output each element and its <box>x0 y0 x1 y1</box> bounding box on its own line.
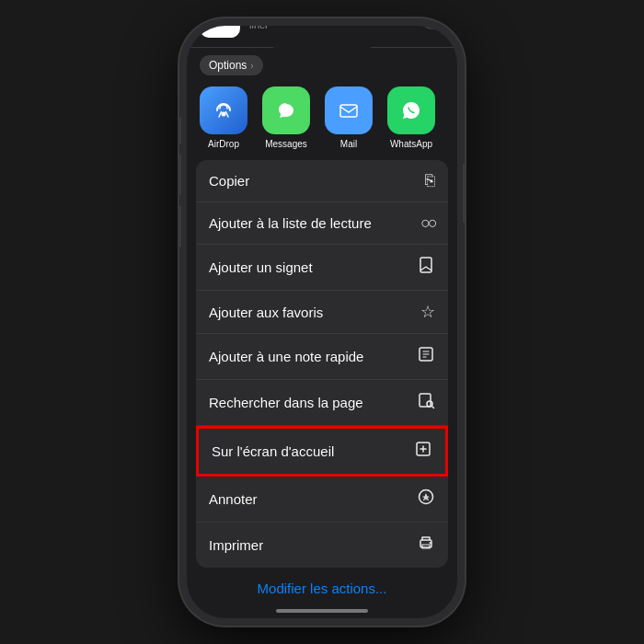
bookmark-label: Ajouter un signet <box>209 259 313 275</box>
site-icon: LB <box>200 26 240 38</box>
find-in-page-label: Rechercher dans la page <box>209 395 363 410</box>
svg-point-0 <box>222 112 226 117</box>
messages-share-item[interactable]: Messages <box>262 86 310 149</box>
annotate-item[interactable]: Annoter A <box>196 477 448 523</box>
annotate-icon: A <box>417 488 435 511</box>
phone-screen: LB parier sur le sport et l'e-sp... line… <box>187 26 457 618</box>
quick-note-item[interactable]: Ajouter à une note rapide <box>196 334 448 380</box>
favorites-icon: ☆ <box>420 302 435 322</box>
messages-icon <box>262 86 310 134</box>
phone-frame: LB parier sur le sport et l'e-sp... line… <box>179 18 465 626</box>
options-label: Options <box>209 59 247 72</box>
reading-list-item[interactable]: Ajouter à la liste de lecture ○○ <box>196 202 448 245</box>
svg-point-10 <box>430 542 431 544</box>
airdrop-label: AirDrop <box>208 139 239 149</box>
whatsapp-icon <box>387 86 435 134</box>
action-menu-list: Copier ⎘ Ajouter à la liste de lecture ○… <box>196 160 448 568</box>
options-chevron-icon: › <box>250 61 253 71</box>
home-indicator <box>276 609 368 613</box>
print-icon <box>417 534 435 557</box>
svg-rect-4 <box>420 394 431 407</box>
home-screen-item[interactable]: Sur l'écran d'accueil <box>196 426 448 477</box>
home-screen-icon <box>414 440 432 463</box>
mail-icon <box>325 86 373 134</box>
bookmark-item[interactable]: Ajouter un signet <box>196 245 448 291</box>
svg-text:A: A <box>423 493 430 502</box>
copier-item[interactable]: Copier ⎘ <box>196 160 448 202</box>
find-in-page-icon <box>417 391 435 414</box>
mail-label: Mail <box>340 139 357 149</box>
options-row: Options › <box>187 48 457 83</box>
airdrop-share-item[interactable]: AirDrop <box>200 86 247 149</box>
whatsapp-label: WhatsApp <box>390 139 432 149</box>
bookmark-icon <box>417 256 435 279</box>
app-icons-row: AirDrop Messages <box>187 83 457 160</box>
reading-list-icon: ○○ <box>420 213 435 233</box>
volume-up-button <box>178 155 181 195</box>
modify-actions-button[interactable]: Modifier les actions... <box>187 568 457 609</box>
quick-note-icon <box>417 345 435 368</box>
mail-share-item[interactable]: Mail <box>325 86 373 149</box>
airdrop-icon <box>200 86 247 134</box>
find-in-page-item[interactable]: Rechercher dans la page <box>196 380 448 426</box>
volume-down-button <box>178 206 181 247</box>
messages-label: Messages <box>265 139 307 149</box>
svg-rect-1 <box>340 105 357 117</box>
whatsapp-share-item[interactable]: WhatsApp <box>387 86 435 149</box>
phone-notch <box>267 26 377 52</box>
copier-label: Copier <box>209 173 249 189</box>
quick-note-label: Ajouter à une note rapide <box>209 349 363 364</box>
copy-icon: ⎘ <box>425 171 435 190</box>
print-item[interactable]: Imprimer <box>196 523 448 568</box>
share-sheet: LB parier sur le sport et l'e-sp... line… <box>187 26 457 618</box>
close-button[interactable]: × <box>420 26 444 29</box>
power-button <box>463 164 466 223</box>
print-label: Imprimer <box>209 537 263 553</box>
favorites-label: Ajouter aux favoris <box>209 305 323 320</box>
favorites-item[interactable]: Ajouter aux favoris ☆ <box>196 291 448 334</box>
options-button[interactable]: Options › <box>200 55 263 75</box>
reading-list-label: Ajouter à la liste de lecture <box>209 215 372 231</box>
annotate-label: Annoter <box>209 491 258 507</box>
mute-button <box>178 118 181 144</box>
home-screen-label: Sur l'écran d'accueil <box>212 443 334 459</box>
